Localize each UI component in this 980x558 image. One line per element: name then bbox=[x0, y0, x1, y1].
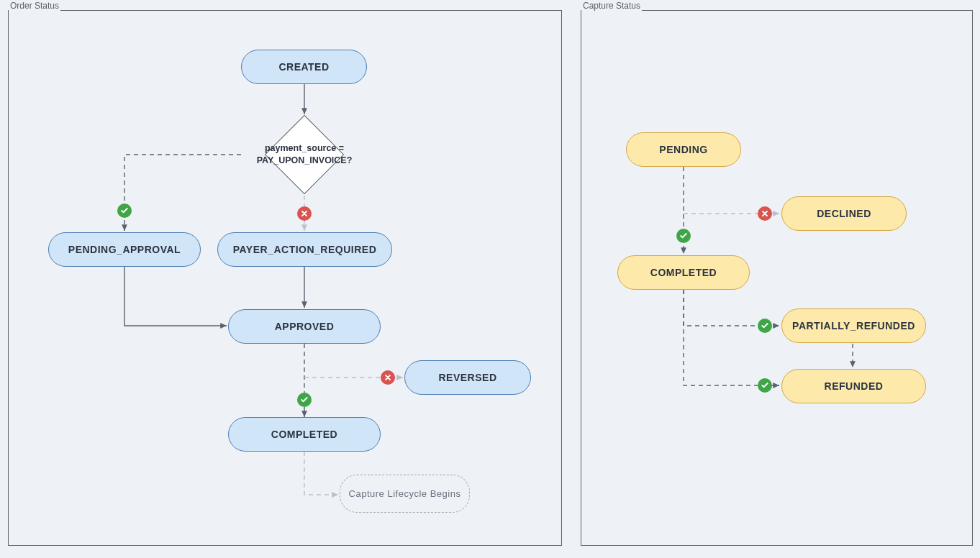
order-status-title: Order Status bbox=[9, 1, 60, 11]
capture-node-refunded: REFUNDED bbox=[781, 369, 926, 403]
capture-node-partially-refunded: PARTIALLY_REFUNDED bbox=[781, 308, 926, 343]
node-created: CREATED bbox=[241, 50, 367, 84]
check-icon bbox=[758, 378, 772, 393]
node-payer-action-required: PAYER_ACTION_REQUIRED bbox=[217, 232, 392, 267]
cross-icon bbox=[758, 206, 772, 221]
node-pending-approval: PENDING_APPROVAL bbox=[48, 232, 201, 267]
node-completed: COMPLETED bbox=[228, 417, 381, 452]
cross-icon bbox=[297, 206, 312, 221]
node-capture-begins: Capture Lifecycle Begins bbox=[340, 475, 470, 513]
node-reversed: REVERSED bbox=[404, 360, 531, 395]
check-icon bbox=[676, 229, 691, 243]
check-icon bbox=[297, 393, 312, 407]
capture-node-declined: DECLINED bbox=[781, 196, 907, 231]
capture-node-pending: PENDING bbox=[626, 132, 741, 167]
capture-node-completed: COMPLETED bbox=[617, 255, 750, 290]
capture-status-title: Capture Status bbox=[581, 1, 642, 11]
node-approved: APPROVED bbox=[228, 309, 381, 344]
check-icon bbox=[117, 203, 132, 218]
cross-icon bbox=[381, 370, 395, 385]
order-status-panel: Order Status bbox=[8, 10, 562, 546]
check-icon bbox=[758, 319, 772, 333]
